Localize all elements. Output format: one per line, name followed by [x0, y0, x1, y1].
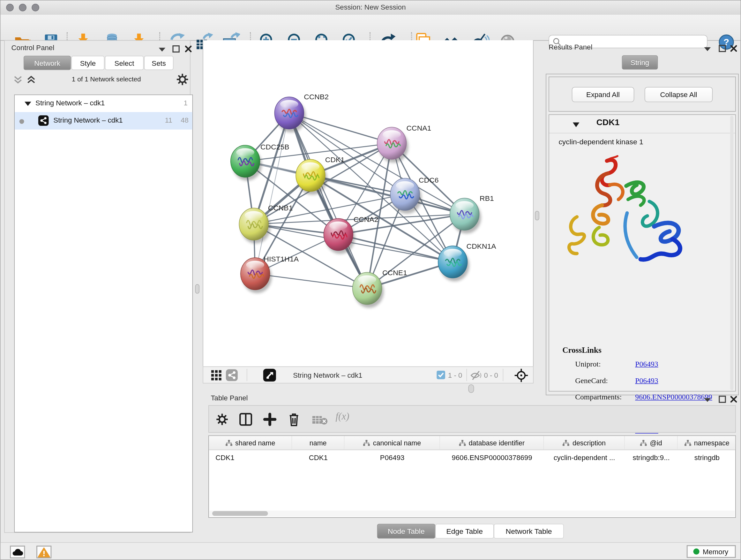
tab-style[interactable]: Style: [71, 56, 105, 70]
table-cell[interactable]: CDK1: [209, 450, 292, 464]
shared-column-icon: [684, 439, 691, 446]
table-cell[interactable]: P06493: [345, 450, 440, 464]
network-options-gear-icon[interactable]: [176, 73, 189, 86]
column-header-shared-name[interactable]: shared name: [209, 436, 292, 450]
network-node-ccna2[interactable]: CCNA2: [324, 215, 378, 254]
node-count: 11: [165, 116, 172, 124]
separator: [503, 369, 503, 381]
network-edge[interactable]: [255, 273, 367, 288]
node-selection-mode-icon[interactable]: [514, 368, 528, 382]
table-cell[interactable]: CDK1: [292, 450, 344, 464]
column-header-description[interactable]: description: [544, 436, 624, 450]
crosslink-link[interactable]: P06493: [635, 376, 658, 385]
float-panel-icon[interactable]: [171, 45, 182, 54]
section-expander-icon[interactable]: [572, 122, 581, 128]
current-network-bullet-icon: [19, 119, 24, 124]
panel-menu-icon[interactable]: [702, 395, 713, 404]
network-canvas[interactable]: CCNB2CCNA1CDC25BCDK1CDC6RB1CCNB1CCNA2CDK…: [203, 40, 534, 367]
node-label: CCNB1: [268, 204, 293, 212]
table-options-gear-icon[interactable]: [215, 413, 228, 426]
column-header-label: @id: [650, 439, 662, 447]
panel-menu-icon[interactable]: [157, 45, 167, 54]
window-title: Session: New Session: [0, 3, 740, 11]
table-cell[interactable]: 9606.ENSP00000378699: [440, 450, 544, 464]
network-node-cdkn1a[interactable]: CDKN1A: [438, 242, 496, 281]
table-cell[interactable]: stringdb:9...: [625, 450, 678, 464]
shared-column-icon: [363, 439, 370, 446]
left-splitter-handle[interactable]: [195, 284, 199, 294]
results-buttons-box: Expand All Collapse All: [549, 77, 736, 112]
node-label: CCNA2: [354, 215, 379, 224]
network-node-hist1h1a[interactable]: HIST1H1A: [241, 255, 299, 293]
show-columns-icon[interactable]: [239, 412, 253, 426]
column-header-canonical-name[interactable]: canonical name: [345, 436, 440, 450]
close-panel-icon[interactable]: [184, 45, 194, 54]
selected-checkbox-icon[interactable]: [436, 371, 445, 379]
node-label: CDC6: [419, 176, 439, 184]
collapse-all-icon[interactable]: [12, 75, 24, 85]
network-graph[interactable]: CCNB2CCNA1CDC25BCDK1CDC6RB1CCNB1CCNA2CDK…: [203, 40, 534, 367]
crosslink-label: GeneCard:: [575, 376, 608, 385]
network-node-rb1[interactable]: RB1: [450, 194, 494, 233]
close-panel-icon[interactable]: [729, 44, 739, 53]
create-column-icon[interactable]: [263, 412, 277, 426]
network-node-cdc25b[interactable]: CDC25B: [231, 143, 289, 181]
close-panel-icon[interactable]: [729, 395, 739, 404]
network-row-selected[interactable]: String Network – cdk1 11 48: [15, 112, 192, 130]
table-cell[interactable]: stringdb: [678, 450, 736, 464]
node-table[interactable]: shared namenamecanonical namedatabase id…: [208, 435, 736, 518]
separator: [247, 369, 247, 381]
tab-node-table[interactable]: Node Table: [377, 524, 435, 539]
network-node-ccna1[interactable]: CCNA1: [377, 124, 431, 163]
collapse-all-button[interactable]: Collapse All: [645, 87, 713, 102]
collection-label: String Network – cdk1: [36, 99, 105, 107]
expand-all-button[interactable]: Expand All: [572, 87, 634, 102]
crosslink-link[interactable]: P06493: [635, 360, 658, 368]
memory-label: Memory: [703, 548, 728, 556]
network-node-ccnb2[interactable]: CCNB2: [274, 92, 329, 132]
tab-edge-table[interactable]: Edge Table: [435, 524, 494, 539]
cloud-status-button[interactable]: [10, 546, 25, 558]
column-header--id[interactable]: @id: [625, 436, 678, 450]
tab-sets[interactable]: Sets: [144, 56, 174, 70]
tab-network-table[interactable]: Network Table: [494, 524, 564, 539]
network-node-ccne1[interactable]: CCNE1: [353, 268, 407, 308]
network-edge[interactable]: [255, 113, 289, 273]
warnings-button[interactable]: [37, 546, 51, 558]
node-label: CCNB2: [304, 92, 329, 101]
panel-menu-icon[interactable]: [702, 44, 713, 53]
right-splitter-handle[interactable]: [535, 211, 539, 220]
horizontal-splitter-handle[interactable]: [468, 384, 474, 393]
table-horizontal-scrollbar[interactable]: [209, 510, 735, 516]
float-panel-icon[interactable]: [718, 44, 728, 53]
column-header-name[interactable]: name: [292, 436, 344, 450]
network-edge[interactable]: [338, 235, 453, 262]
tab-network[interactable]: Network: [23, 56, 71, 70]
node-label: HIST1H1A: [264, 255, 299, 263]
scrollbar-thumb[interactable]: [212, 511, 268, 516]
network-share-view-icon[interactable]: [226, 369, 238, 381]
tab-select[interactable]: Select: [105, 56, 144, 70]
node-label: CCNE1: [382, 268, 407, 277]
network-label: String Network – cdk1: [53, 116, 123, 124]
network-node-ccnb1[interactable]: CCNB1: [239, 204, 293, 244]
grid-view-icon[interactable]: [211, 370, 222, 381]
node-label: CDK1: [325, 155, 345, 164]
birds-eye-view-icon[interactable]: [263, 369, 276, 381]
column-header-database-identifier[interactable]: database identifier: [440, 436, 544, 450]
network-edge[interactable]: [289, 113, 367, 288]
tab-string-results[interactable]: String: [622, 55, 658, 69]
expand-all-icon[interactable]: [25, 75, 37, 85]
network-view-title: String Network – cdk1: [293, 371, 362, 379]
tree-expander-icon[interactable]: [24, 101, 32, 106]
column-header-label: database identifier: [469, 439, 525, 447]
memory-button[interactable]: Memory: [687, 545, 736, 558]
column-header-namespace[interactable]: namespace: [678, 436, 736, 450]
results-scrollbar[interactable]: [730, 116, 733, 390]
table-cell[interactable]: cyclin-dependent ...: [544, 450, 624, 464]
column-header-label: canonical name: [373, 439, 421, 447]
network-view-toolbar: String Network – cdk1 1 - 0 0 - 0: [203, 367, 534, 383]
delete-column-icon[interactable]: [287, 412, 301, 427]
network-collection-row[interactable]: String Network – cdk1 1: [15, 95, 192, 112]
float-panel-icon[interactable]: [718, 395, 728, 404]
